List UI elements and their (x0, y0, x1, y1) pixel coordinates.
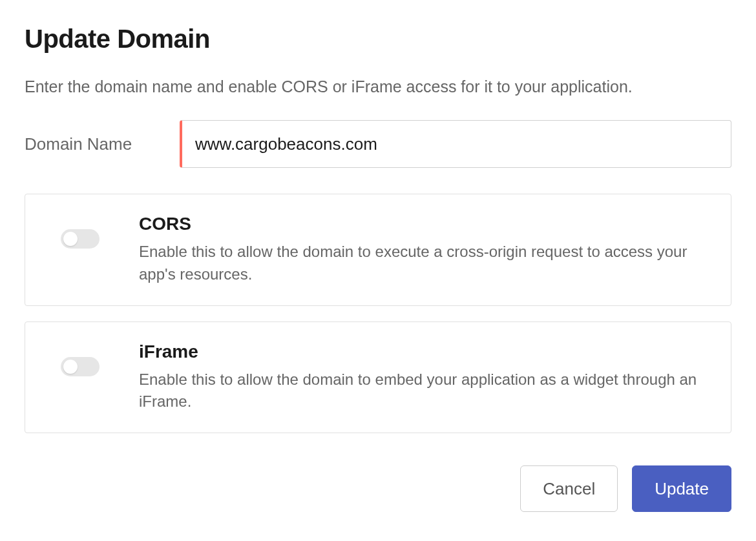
cors-option-card: CORS Enable this to allow the domain to … (25, 194, 731, 306)
page-description: Enter the domain name and enable CORS or… (25, 76, 731, 98)
toggle-knob (63, 232, 78, 246)
iframe-toggle[interactable] (61, 357, 100, 376)
iframe-toggle-wrap (45, 342, 116, 376)
iframe-content: iFrame Enable this to allow the domain t… (139, 342, 711, 414)
domain-name-input[interactable] (180, 120, 731, 168)
cors-toggle-wrap (45, 214, 116, 249)
update-button[interactable]: Update (632, 465, 731, 512)
cors-title: CORS (139, 214, 711, 234)
cors-toggle[interactable] (61, 229, 100, 249)
button-row: Cancel Update (25, 465, 731, 512)
cors-description: Enable this to allow the domain to execu… (139, 241, 711, 286)
cors-content: CORS Enable this to allow the domain to … (139, 214, 711, 286)
iframe-description: Enable this to allow the domain to embed… (139, 369, 711, 414)
toggle-knob (63, 360, 78, 374)
iframe-title: iFrame (139, 342, 711, 362)
iframe-option-card: iFrame Enable this to allow the domain t… (25, 322, 731, 434)
cancel-button[interactable]: Cancel (520, 465, 618, 512)
domain-name-row: Domain Name (25, 120, 731, 168)
page-title: Update Domain (25, 25, 731, 54)
domain-name-label: Domain Name (25, 134, 154, 154)
